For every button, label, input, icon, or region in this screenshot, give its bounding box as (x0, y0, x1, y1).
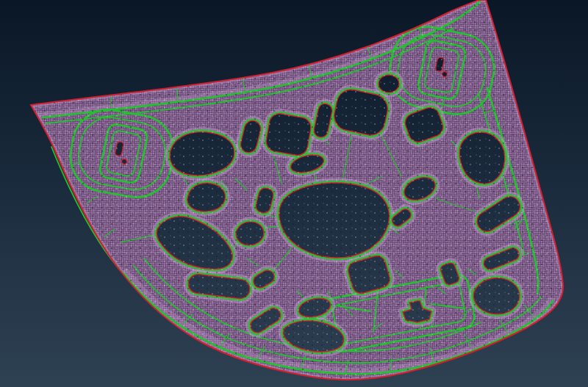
viewport-canvas[interactable] (0, 0, 588, 387)
mesh-viewport[interactable] (0, 0, 588, 387)
